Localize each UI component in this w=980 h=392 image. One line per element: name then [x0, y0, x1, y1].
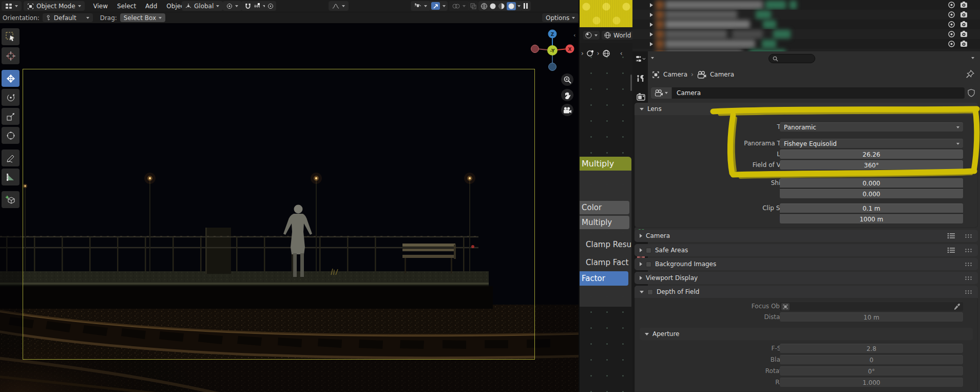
drag-grip-icon[interactable]: [965, 234, 972, 238]
mode-dropdown[interactable]: Object Mode: [24, 1, 85, 11]
distance-slider[interactable]: 10 m: [780, 312, 963, 322]
disclosure-triangle-icon[interactable]: [650, 42, 653, 46]
properties-search-input[interactable]: [768, 54, 815, 63]
mix-color-dropdown[interactable]: Color: [579, 201, 629, 214]
world-selector[interactable]: World: [602, 31, 632, 40]
aperture-subpanel-header[interactable]: Aperture: [640, 328, 973, 340]
pan-button[interactable]: [561, 89, 573, 101]
outliner-row[interactable]: [632, 39, 980, 49]
lens-panel-header[interactable]: Lens: [635, 103, 978, 115]
chevron-down-icon[interactable]: [971, 57, 974, 59]
ratio-slider[interactable]: 1.000: [780, 378, 963, 387]
tool-measure[interactable]: [2, 169, 20, 185]
gizmo-z-neg-axis[interactable]: [549, 63, 556, 71]
chevron-down-icon[interactable]: [651, 57, 654, 59]
tool-add-cube[interactable]: [2, 191, 20, 208]
tab-render[interactable]: [634, 90, 647, 103]
gizmos-toggle[interactable]: [429, 1, 448, 11]
presets-list-icon[interactable]: [947, 233, 955, 239]
render-camera-icon[interactable]: [960, 1, 968, 8]
clamp-result-label[interactable]: Clamp Resu: [586, 238, 631, 251]
viewport-display-panel-header[interactable]: Viewport Display: [635, 272, 978, 284]
tool-move[interactable]: [2, 70, 20, 87]
rotation-slider[interactable]: 0°: [780, 366, 963, 376]
datablock-type-dropdown[interactable]: [651, 87, 671, 99]
dof-panel-header[interactable]: Depth of Field: [635, 286, 978, 298]
tool-select-box[interactable]: [2, 28, 20, 45]
menu-add[interactable]: Add: [141, 1, 162, 11]
outliner-row[interactable]: [632, 10, 980, 20]
drag-grip-icon[interactable]: [965, 290, 972, 294]
clamp-factor-label[interactable]: Clamp Fact: [586, 256, 628, 269]
tool-cursor[interactable]: [2, 47, 20, 64]
visibility-eye-icon[interactable]: [948, 21, 955, 28]
proportional-editing-toggle[interactable]: [265, 1, 276, 11]
shift-x-slider[interactable]: 0.000: [780, 178, 963, 188]
factor-slider[interactable]: Factor: [579, 271, 628, 286]
clip-start-slider[interactable]: 0.1 m: [780, 203, 963, 213]
lens-value-slider[interactable]: 26.26: [780, 150, 963, 159]
disclosure-triangle-icon[interactable]: [650, 13, 653, 17]
tool-scale[interactable]: [2, 108, 20, 125]
menu-view[interactable]: View: [89, 1, 112, 11]
presets-list-icon[interactable]: [947, 247, 955, 253]
sidebar-collapse-arrow[interactable]: ‹: [573, 32, 575, 39]
fov-value-slider[interactable]: 360°: [780, 160, 963, 170]
visibility-eye-icon[interactable]: [948, 40, 955, 48]
drag-grip-icon[interactable]: [965, 262, 972, 267]
drag-grip-icon[interactable]: [965, 248, 972, 253]
overlays-toggle[interactable]: [449, 1, 469, 11]
breadcrumb-data-name[interactable]: Camera: [710, 71, 734, 78]
background-images-checkbox[interactable]: [646, 262, 651, 267]
shield-fake-user-icon[interactable]: [968, 89, 975, 97]
drag-grip-icon[interactable]: [965, 276, 972, 281]
panorama-type-dropdown[interactable]: Fisheye Equisolid: [780, 139, 963, 148]
safe-areas-panel-header[interactable]: Safe Areas: [635, 244, 978, 256]
render-camera-icon[interactable]: [960, 11, 968, 18]
visibility-eye-icon[interactable]: [948, 11, 955, 18]
orientation-default-dropdown[interactable]: Default: [43, 13, 93, 22]
render-camera-icon[interactable]: [960, 21, 968, 28]
properties-editor-type-button[interactable]: [634, 53, 647, 65]
disclosure-triangle-icon[interactable]: [650, 23, 653, 27]
collapse-arrow[interactable]: ‹: [620, 50, 623, 57]
outliner-row[interactable]: [632, 29, 980, 39]
menu-select[interactable]: Select: [112, 1, 141, 11]
render-camera-icon[interactable]: [960, 30, 968, 38]
shading-rendered-active[interactable]: [507, 2, 516, 10]
shading-material-icon[interactable]: [498, 3, 505, 10]
render-camera-icon[interactable]: [960, 40, 968, 47]
fstop-slider[interactable]: 2.8: [780, 344, 963, 353]
disclosure-triangle-icon[interactable]: [650, 32, 653, 36]
focus-object-field[interactable]: [780, 302, 963, 311]
math-node-header[interactable]: Multiply: [579, 157, 631, 171]
outliner-row[interactable]: [632, 20, 980, 29]
gizmo-x-neg-axis[interactable]: [531, 45, 539, 53]
visibility-eye-icon[interactable]: [948, 30, 955, 38]
proportional-falloff-dropdown[interactable]: [329, 1, 349, 11]
pin-icon[interactable]: [966, 70, 974, 78]
visibility-eye-icon[interactable]: [948, 1, 955, 9]
transform-orientation-dropdown[interactable]: Global: [182, 1, 223, 11]
datablock-name-field[interactable]: Camera: [672, 87, 965, 99]
editor-type-button[interactable]: [2, 1, 22, 11]
shift-y-slider[interactable]: 0.000: [780, 189, 963, 198]
zoom-button[interactable]: [561, 73, 573, 86]
shading-solid-icon[interactable]: [489, 3, 496, 10]
camera-panel-header[interactable]: Camera: [635, 230, 978, 242]
drag-tool-dropdown[interactable]: Select Box: [120, 13, 165, 22]
tool-transform[interactable]: [2, 127, 20, 144]
navigation-gizmo[interactable]: Z X -Y: [529, 27, 576, 74]
blades-slider[interactable]: 0: [780, 355, 963, 364]
pause-button[interactable]: [521, 1, 531, 11]
xray-toggle[interactable]: [468, 1, 478, 11]
eyedropper-icon[interactable]: [954, 303, 960, 310]
type-dropdown[interactable]: Panoramic: [780, 122, 963, 132]
clip-end-slider[interactable]: 1000 m: [780, 214, 963, 223]
background-images-panel-header[interactable]: Background Images: [635, 258, 978, 270]
breadcrumb-object-name[interactable]: Camera: [663, 71, 687, 78]
tool-rotate[interactable]: [2, 89, 20, 106]
camera-view-button[interactable]: [561, 104, 573, 116]
dof-checkbox[interactable]: [647, 289, 653, 295]
scrollbar[interactable]: [630, 74, 632, 91]
